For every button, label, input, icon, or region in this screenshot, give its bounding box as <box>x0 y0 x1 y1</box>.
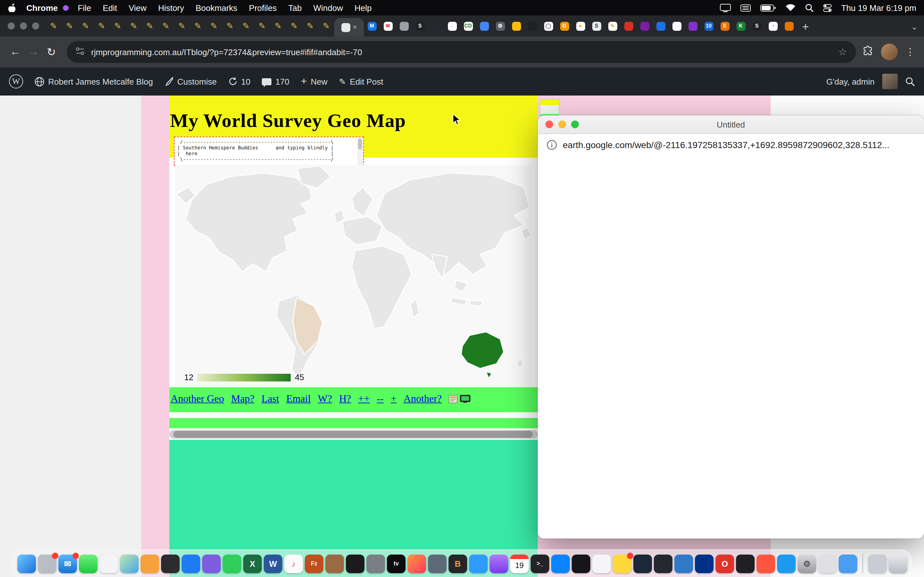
browser-tab[interactable]: ✎ <box>94 15 110 37</box>
app-dock-icon[interactable] <box>141 554 159 573</box>
tab-close-icon[interactable]: × <box>353 24 357 31</box>
browser-tab[interactable]: O <box>556 15 572 37</box>
browser-tab[interactable]: K <box>733 15 749 37</box>
textarea-scrollbar[interactable] <box>357 138 363 165</box>
app-dock-icon[interactable] <box>325 554 344 573</box>
chrome-menu-icon[interactable]: ⋮ <box>905 46 915 58</box>
scrollbar-thumb[interactable] <box>173 431 533 438</box>
music-dock-icon[interactable]: ♪ <box>284 554 303 573</box>
untitled-titlebar[interactable]: Untitled <box>538 115 924 134</box>
browser-tab[interactable]: ◌ <box>669 15 685 37</box>
browser-tab[interactable]: ✎ <box>78 15 94 37</box>
browser-tab[interactable] <box>636 15 653 37</box>
browser-tab[interactable]: ✎ <box>254 15 270 37</box>
wp-logo-icon[interactable]: W <box>9 74 23 89</box>
display-dock-icon[interactable] <box>838 554 857 573</box>
new-content-menu[interactable]: + New <box>301 76 328 87</box>
browser-tab[interactable]: ✎ <box>270 15 286 37</box>
browser-tab[interactable] <box>524 15 540 37</box>
forward-button[interactable]: → <box>24 43 42 61</box>
finder-dock-icon[interactable] <box>17 554 36 573</box>
browser-tab[interactable]: ✎ <box>302 15 318 37</box>
browser-tab[interactable]: ✎ <box>110 15 126 37</box>
admin-search-icon[interactable] <box>905 77 915 86</box>
apple-menu-icon[interactable] <box>8 3 16 13</box>
horizontal-scrollbar[interactable] <box>170 430 538 438</box>
menubar-item[interactable]: Bookmarks <box>196 3 237 13</box>
browser-tab[interactable]: ✎ <box>604 15 620 37</box>
app-dock-icon[interactable] <box>736 554 754 573</box>
reload-button[interactable]: ↻ <box>42 43 60 61</box>
browser-tab[interactable]: CD <box>460 15 476 37</box>
site-name-menu[interactable]: Robert James Metcalfe Blog <box>35 77 153 86</box>
app-dock-icon[interactable] <box>223 554 241 573</box>
spotlight-icon[interactable] <box>805 3 814 12</box>
untitled-url-row[interactable]: earth.google.com/web/@-2116.197258135337… <box>538 134 924 156</box>
browser-tab[interactable]: ✎ <box>126 15 142 37</box>
mail-dock-icon[interactable]: ✉ <box>58 554 77 573</box>
browser-tab[interactable]: M <box>364 15 380 37</box>
geo-chart[interactable]: 12 45 <box>175 165 531 387</box>
github-dock-icon[interactable] <box>654 554 672 573</box>
page-link[interactable]: -- <box>376 393 383 405</box>
messages-dock-icon[interactable] <box>79 554 97 573</box>
app-dock-icon[interactable] <box>756 554 775 573</box>
close-window-icon[interactable] <box>8 23 15 29</box>
browser-tab[interactable]: S <box>588 15 604 37</box>
app-dock-icon[interactable]: B <box>449 554 467 573</box>
word-dock-icon[interactable]: W <box>264 554 282 573</box>
menubar-item[interactable]: Tab <box>288 3 302 13</box>
menubar-item[interactable]: Edit <box>103 3 117 13</box>
app-dock-icon[interactable] <box>202 554 221 573</box>
menubar-item[interactable]: File <box>78 3 91 13</box>
page-link[interactable]: + <box>391 393 397 405</box>
tab-search-icon[interactable]: ⌄ <box>911 23 918 31</box>
account-greeting[interactable]: G'day, admin <box>827 77 875 86</box>
menubar-item[interactable]: Help <box>355 3 372 13</box>
browser-tab[interactable]: ✎ <box>222 15 238 37</box>
control-center-icon[interactable] <box>823 3 832 12</box>
app-dock-icon[interactable] <box>551 554 570 573</box>
browser-tab[interactable] <box>781 15 797 37</box>
browser-tab[interactable]: ⚙ <box>492 15 508 37</box>
page-link[interactable]: Map? <box>231 393 254 405</box>
page-link[interactable]: Last <box>262 393 279 405</box>
browser-tab[interactable]: ✎ <box>61 15 78 37</box>
terminal-dock-icon[interactable]: >_ <box>531 554 549 573</box>
bookmark-star-icon[interactable]: ☆ <box>838 46 847 58</box>
comments-menu[interactable]: 170 <box>262 77 289 86</box>
browser-tab[interactable]: ◔ <box>765 15 781 37</box>
settings-dock-icon[interactable]: ⚙ <box>798 554 816 573</box>
app-dock-icon[interactable] <box>592 554 611 573</box>
browser-tab[interactable] <box>428 15 444 37</box>
browser-tab[interactable]: S <box>749 15 765 37</box>
menubar-app-name[interactable]: Chrome <box>26 3 58 13</box>
app-dock-icon[interactable] <box>346 554 365 573</box>
browser-tab[interactable]: ◌ <box>444 15 460 37</box>
browser-tab[interactable]: ◯ <box>540 15 556 37</box>
browser-tab[interactable]: ● <box>572 15 588 37</box>
url-text[interactable]: rjmprogramming.com.au/ITblog/?p=72374&pr… <box>91 47 832 57</box>
browser-tab[interactable]: ✎ <box>174 15 190 37</box>
app-dock-icon[interactable] <box>182 554 200 573</box>
browser-tab[interactable] <box>685 15 701 37</box>
address-bar[interactable]: rjmprogramming.com.au/ITblog/?p=72374&pr… <box>67 41 856 63</box>
page-link[interactable]: H? <box>339 393 351 405</box>
page-link[interactable]: Another? <box>404 393 442 405</box>
browser-tab[interactable]: ✎ <box>318 15 334 37</box>
app-dock-icon[interactable] <box>428 554 447 573</box>
minimize-window-icon[interactable] <box>20 23 27 29</box>
calendar-dock-icon[interactable]: 19 <box>510 554 529 573</box>
browser-tab[interactable] <box>476 15 492 37</box>
browser-tab[interactable]: ✎ <box>158 15 174 37</box>
browser-tab[interactable] <box>653 15 669 37</box>
filezilla-dock-icon[interactable]: Fz <box>305 554 323 573</box>
site-info-icon[interactable] <box>76 47 85 57</box>
tv-dock-icon[interactable]: tv <box>387 554 405 573</box>
back-button[interactable]: ← <box>6 43 24 61</box>
trash-dock-icon[interactable] <box>889 554 907 573</box>
display-menubar-icon[interactable] <box>720 3 731 12</box>
browser-tab[interactable]: ✎ <box>142 15 158 37</box>
monitor-icon[interactable] <box>460 395 471 403</box>
new-tab-button[interactable]: + <box>802 21 809 33</box>
